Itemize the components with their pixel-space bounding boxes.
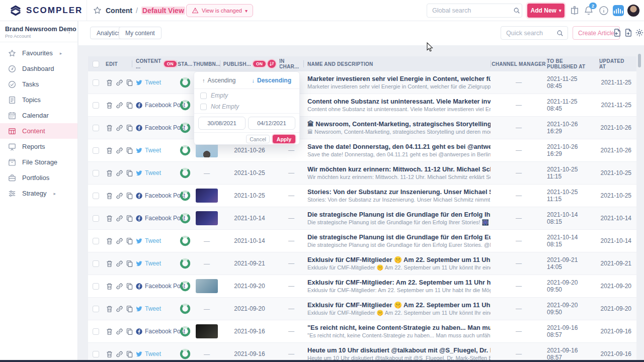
view-changed-button[interactable]: View is changed ▾ <box>186 4 253 17</box>
link-icon[interactable] <box>116 237 123 245</box>
status-progress-ring[interactable] <box>180 77 191 88</box>
table-row[interactable]: Facebook Post 2021-10-14 — Die strategis… <box>88 207 636 230</box>
add-new-button[interactable]: Add New ▾ <box>527 4 565 18</box>
table-row[interactable]: Facebook Post 2021-10-25 — Stories: Von … <box>88 185 636 207</box>
channel-label[interactable]: Tweet <box>145 79 161 86</box>
status-progress-ring[interactable] <box>180 258 191 269</box>
delete-icon[interactable] <box>106 283 113 290</box>
row-checkbox[interactable] <box>93 260 99 267</box>
delete-icon[interactable] <box>106 305 113 313</box>
table-row[interactable]: Facebook Post 🏛 Newsroom, Content-Market… <box>88 117 636 139</box>
workspace-switcher[interactable]: Brand Newsroom Demo Pro Account ⋮ <box>0 21 77 42</box>
sidebar-item-topics[interactable]: Topics <box>0 92 77 108</box>
name-and-description[interactable]: "Es reicht nicht, keine Content-Strategi… <box>307 323 491 340</box>
row-title[interactable]: Content ohne Substanz ist uninteressant.… <box>307 97 491 106</box>
row-checkbox[interactable] <box>93 215 99 222</box>
status-progress-ring[interactable] <box>180 100 191 111</box>
table-row[interactable]: Tweet — 2021-10-25 — Wir möchten kurz er… <box>88 162 636 185</box>
status-progress-ring[interactable] <box>180 122 191 133</box>
status-progress-ring[interactable] <box>180 303 191 314</box>
link-icon[interactable] <box>116 192 123 200</box>
not-empty-checkbox[interactable] <box>200 104 207 110</box>
sidebar-item-content[interactable]: Content <box>0 123 77 139</box>
delete-icon[interactable] <box>106 102 113 109</box>
scrollbar-thumb[interactable] <box>638 54 641 67</box>
row-title[interactable]: Exklusiv für CMF-Mitglieder 🤫 Am 22. Sep… <box>307 255 491 264</box>
name-and-description[interactable]: Exklusiv für CMF-Mitglieder 🤫 Am 22. Sep… <box>307 255 491 272</box>
row-title[interactable]: 🏛 Newsroom, Content-Marketing, strategis… <box>307 120 491 128</box>
status-progress-ring[interactable] <box>180 235 191 246</box>
delete-icon[interactable] <box>106 169 113 177</box>
name-and-description[interactable]: Die strategische Planung ist die Grundla… <box>307 210 491 227</box>
info-icon[interactable] <box>599 6 609 16</box>
channel-label[interactable]: Tweet <box>145 169 161 176</box>
column-channel-manager[interactable]: CHANNEL MANAGER <box>492 61 546 67</box>
row-title[interactable]: Stories: Von der Substanz zur Inszenieru… <box>307 188 491 196</box>
row-checkbox[interactable] <box>93 147 99 154</box>
thumbnail-image[interactable] <box>196 143 218 157</box>
sidebar-item-portfolios[interactable]: Portfolios <box>0 170 77 186</box>
column-name-description[interactable]: NAME AND DESCRIPTION <box>307 61 373 67</box>
sidebar-item-tasks[interactable]: Tasks <box>0 76 77 92</box>
thumbnail-image[interactable] <box>196 279 218 293</box>
delete-icon[interactable] <box>106 147 113 154</box>
sidebar-item-favourites[interactable]: Favourites ▸ <box>0 45 77 61</box>
thumbnail-image[interactable] <box>196 324 218 338</box>
global-search[interactable] <box>427 4 522 18</box>
status-progress-ring[interactable] <box>180 326 191 337</box>
delete-icon[interactable] <box>106 124 113 132</box>
sidebar-item-calendar[interactable]: Calendar <box>0 108 77 123</box>
row-title[interactable]: Die strategische Planung ist die Grundla… <box>307 233 491 241</box>
row-title[interactable]: Heute um 10 Uhr diskutiert @talkabout mi… <box>307 346 491 354</box>
row-checkbox[interactable] <box>93 193 99 199</box>
row-title[interactable]: Die strategische Planung ist die Grundla… <box>307 210 491 219</box>
row-checkbox[interactable] <box>93 102 99 109</box>
breadcrumb-view-selector[interactable]: Default View <box>141 7 185 15</box>
row-checkbox[interactable] <box>93 306 99 312</box>
apply-button[interactable]: Apply <box>273 135 295 143</box>
avatar[interactable] <box>627 5 639 17</box>
row-checkbox[interactable] <box>93 283 99 290</box>
table-row[interactable]: Facebook Post 2021-09-20 — Exklusiv für … <box>88 275 636 298</box>
thumbnail-image[interactable] <box>196 211 218 225</box>
table-row[interactable]: Tweet — 2021-09-16 — Heute um 10 Uhr dis… <box>88 343 636 362</box>
date-to-input[interactable] <box>248 117 295 130</box>
table-row[interactable]: Facebook Post 2021-09-16 — "Es reicht ni… <box>88 320 636 343</box>
sort-descending-option[interactable]: ↓Descending <box>252 77 292 84</box>
delete-icon[interactable] <box>106 350 113 358</box>
cancel-button[interactable]: Cancel <box>246 135 270 143</box>
column-in-charge[interactable]: IN CHAR... <box>279 58 303 69</box>
import-content-icon[interactable] <box>613 28 622 37</box>
kebab-menu-icon[interactable]: ⋮ <box>66 27 72 34</box>
sort-descending-badge[interactable] <box>268 60 276 68</box>
link-icon[interactable] <box>116 147 123 154</box>
delete-icon[interactable] <box>106 192 113 200</box>
row-title[interactable]: Save the date! Donnerstag, den 04.11.21 … <box>307 142 491 151</box>
gear-icon[interactable] <box>635 28 644 37</box>
sidebar-item-strategy[interactable]: Strategy ▸ <box>0 186 77 201</box>
delete-icon[interactable] <box>106 237 113 245</box>
sidebar-item-dashboard[interactable]: Dashboard <box>0 61 77 76</box>
channel-label[interactable]: Tweet <box>145 147 161 154</box>
link-icon[interactable] <box>116 169 123 177</box>
row-title[interactable]: Exklusiv für CMF-Mitglieder 🤫 Am 22. Sep… <box>307 301 491 309</box>
table-row[interactable]: Tweet — 2021-10-14 — Die strategische Pl… <box>88 230 636 252</box>
status-progress-ring[interactable] <box>180 167 191 178</box>
publish-filter-on-badge[interactable]: ON <box>253 61 266 67</box>
column-thumbnail[interactable]: THUMBN... <box>193 61 220 67</box>
row-checkbox[interactable] <box>93 328 99 335</box>
quick-search[interactable] <box>501 26 568 40</box>
column-to-be-published[interactable]: TO BE PUBLISHED AT <box>547 58 591 69</box>
sort-ascending-option[interactable]: ↑Ascending <box>202 77 236 84</box>
row-checkbox[interactable] <box>93 238 99 244</box>
channel-label[interactable]: Tweet <box>145 305 161 312</box>
table-row[interactable]: Facebook Post Content ohne Substanz ist … <box>88 94 636 117</box>
table-row[interactable]: Tweet 2021-10-26 — Save the date! Donner… <box>88 139 636 162</box>
name-and-description[interactable]: 🏛 Newsroom, Content-Marketing, strategis… <box>307 120 491 136</box>
link-icon[interactable] <box>116 350 123 358</box>
channel-label[interactable]: Tweet <box>145 350 161 357</box>
quick-search-input[interactable] <box>506 30 556 37</box>
name-and-description[interactable]: Die strategische Planung ist die Grundla… <box>307 233 491 249</box>
notifications-button[interactable]: 2 <box>584 6 594 16</box>
column-content[interactable]: CONTENT ... <box>136 58 162 69</box>
